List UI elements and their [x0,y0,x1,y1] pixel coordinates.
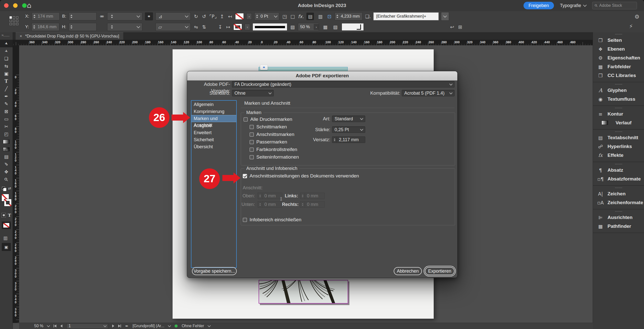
width-field[interactable] [69,12,97,20]
section-item-sicherheit[interactable]: Sicherheit [191,136,236,143]
panel-item-zeichen[interactable]: A|Zeichen [593,189,644,198]
x-stepper[interactable] [32,13,36,19]
section-item-komprimierung[interactable]: Komprimierung [191,108,236,115]
scale-y-stepper[interactable] [110,24,114,30]
effects-icon[interactable]: fx. [298,14,304,19]
link-badge[interactable]: ⚭ [260,65,268,70]
zoom-level[interactable]: 50 % [34,324,43,328]
stroke-flyout-button[interactable]: › [245,24,250,30]
frame-tool[interactable]: ⊠ [0,108,13,115]
section-item-erweitert[interactable]: Erweitert [191,129,236,136]
section-item-ausgabe[interactable]: Ausgabe [191,122,236,129]
width-stepper[interactable] [69,13,73,19]
rotate-cw-icon[interactable]: ↻ [193,14,199,19]
shear-dropdown[interactable]: ▱ [155,23,191,31]
select-previous-icon[interactable]: ↤ [227,14,233,19]
panel-item-absatz[interactable]: ¶Absatz [593,166,644,174]
wrap-bounding-icon[interactable]: ▥ [316,13,324,20]
direct-selection-tool[interactable]: ➤ [0,47,13,55]
last-page-button[interactable] [118,324,121,327]
dialog-title[interactable]: Adobe PDF exportieren [187,71,457,81]
y-stepper[interactable] [32,24,36,30]
gradient-tool[interactable] [0,138,13,145]
page-number-field[interactable]: 1 [66,323,108,329]
panel-item-seiten[interactable]: ❐Seiten [593,36,644,45]
formatting-affects-container-button[interactable] [2,213,6,217]
pencil-tool[interactable]: ✎ [0,100,13,108]
opacity-field[interactable]: 50 % › [298,23,319,31]
section-item-marken-und-anschnitt[interactable]: Marken und Anschnitt [191,115,236,122]
first-page-button[interactable] [54,324,56,327]
save-preset-button[interactable]: Vorgabe speichern... [192,267,237,275]
stroke-swatch-none[interactable] [233,24,242,30]
zoom-tool[interactable]: ⚲ [0,176,13,183]
panel-item-effekte[interactable]: fxEffekte [593,151,644,160]
flip-vertical-icon[interactable]: ⇅ [201,24,207,30]
gap-stepper[interactable] [335,13,339,19]
rotation-angle-dropdown[interactable]: ⊿ [155,12,191,20]
tools-grip-handle[interactable] [3,36,9,37]
wrap-contour-icon[interactable]: ▧ [332,23,339,31]
apply-none-button[interactable] [2,222,11,229]
versatz-stepper[interactable] [332,136,337,143]
line-tool[interactable]: ╱ [0,85,13,93]
close-tab-icon[interactable]: × [20,34,22,39]
use-document-bleed-checkbox[interactable] [243,174,247,178]
mark-checkbox-2[interactable] [250,132,254,137]
panel-item-zeichenformate[interactable]: ▫AZeichenformate [593,198,644,207]
select-next-icon[interactable]: ↦ [225,24,231,30]
mark-checkbox-5[interactable] [250,155,254,159]
selection-tool[interactable]: ➤ [0,40,13,47]
hand-tool[interactable]: ✥ [0,168,13,176]
pen-tool[interactable]: ✒ [0,93,13,100]
stroke-weight-stepper[interactable] [255,13,259,19]
panel-grip-handle[interactable] [593,163,644,166]
clear-overrides-icon[interactable]: ↩ [449,24,455,30]
mark-row-0[interactable]: Alle Druckermarken [244,116,292,123]
panel-item-glyphen[interactable]: AGlyphen [593,86,644,95]
previous-page-button[interactable] [60,324,62,327]
next-page-button[interactable] [112,324,114,327]
panel-item-pathfinder[interactable]: ▩Pathfinder [593,222,644,231]
wrap-jump-icon[interactable]: ▦ [321,23,329,31]
panel-grip-handle[interactable] [593,106,644,109]
panel-grip-handle[interactable] [593,186,644,189]
mark-row-4[interactable]: Farbkontrollstreifen [250,146,297,153]
panel-item-kontur[interactable]: ≡Kontur [593,109,644,118]
constrain-proportions-broken-icon[interactable]: ⚮ [99,14,105,19]
note-tool[interactable]: ▤ [0,153,13,161]
compatibility-dropdown[interactable]: Acrobat 5 (PDF 1.4) [402,90,455,96]
panel-item-farbfelder[interactable]: ▦Farbfelder [593,62,644,71]
panel-grip-handle[interactable] [593,210,644,213]
gap-tool[interactable]: ⇆ [0,62,13,70]
select-content-icon[interactable]: ↧ [217,24,223,30]
versatz-field[interactable]: 2,117 mm [332,136,365,143]
content-collector-tool[interactable]: ▣ [0,70,13,78]
panel-item-ebenen[interactable]: ❖Ebenen [593,45,644,53]
reference-point-grid[interactable] [10,16,18,25]
preflight-status[interactable]: Ohne Fehler [182,324,204,328]
free-transform-tool[interactable]: ◰ [0,130,13,138]
panel-item-textabschnitt[interactable]: ▤Textabschnitt [593,133,644,142]
wrap-none-icon[interactable]: ▤ [306,13,314,20]
eyedropper-tool[interactable]: ✐ [0,161,13,168]
workspace-switcher[interactable]: Typografie [560,3,586,8]
section-item--bersicht[interactable]: Übersicht [191,143,236,150]
view-options-icon[interactable]: ▥ [3,235,8,241]
panel-item-hyperlinks[interactable]: ☍Hyperlinks [593,142,644,151]
panel-grip-handle[interactable] [593,83,644,86]
screen-mode-button[interactable]: ▣ [2,243,11,251]
cancel-button[interactable]: Abbrechen [394,267,422,275]
mark-checkbox-4[interactable] [250,148,254,152]
gap-size-field[interactable]: 4,233 mm [335,12,363,20]
art-dropdown[interactable]: Standard [332,116,365,122]
opacity-flyout[interactable]: › [314,24,319,30]
staerke-dropdown[interactable]: 0,25 Pt [332,126,365,133]
stroke-style-dropdown[interactable] [253,23,287,31]
height-field[interactable] [69,23,97,31]
scale-x-stepper[interactable] [110,13,114,19]
fill-swatch-none[interactable] [235,13,244,20]
mark-row-3[interactable]: Passermarken [250,139,287,145]
scale-x-dropdown[interactable] [107,12,142,20]
document-tab[interactable]: × *Druckdatei Drop Flag.indd @ 50 % [GPU… [16,32,123,40]
